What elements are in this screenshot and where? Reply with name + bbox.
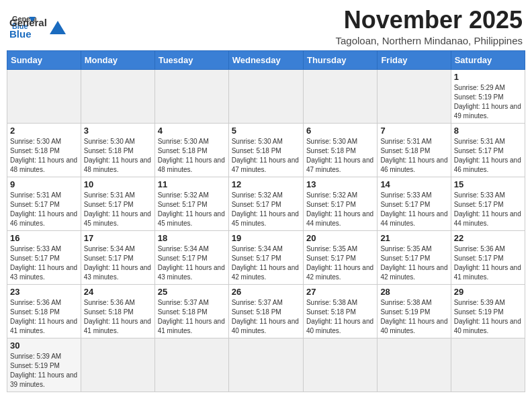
day-info: Sunrise: 5:35 AMSunset: 5:17 PMDaylight:… <box>306 244 374 282</box>
calendar-cell: 21Sunrise: 5:35 AMSunset: 5:17 PMDayligh… <box>378 230 451 284</box>
day-number: 12 <box>232 179 300 189</box>
header-thursday: Thursday <box>303 50 377 69</box>
day-info: Sunrise: 5:32 AMSunset: 5:17 PMDaylight:… <box>158 191 226 228</box>
day-number: 17 <box>84 233 152 243</box>
header: General Blue General Blue November 2025 … <box>7 7 525 46</box>
calendar-cell <box>7 69 81 123</box>
calendar-cell: 25Sunrise: 5:37 AMSunset: 5:18 PMDayligh… <box>154 284 228 338</box>
calendar-row: 9Sunrise: 5:31 AMSunset: 5:17 PMDaylight… <box>7 177 525 230</box>
title-area: November 2025 Tagoloan, Northern Mindana… <box>335 7 523 46</box>
calendar-cell: 24Sunrise: 5:36 AMSunset: 5:18 PMDayligh… <box>81 284 154 338</box>
day-number: 25 <box>158 287 226 297</box>
calendar-cell: 4Sunrise: 5:30 AMSunset: 5:18 PMDaylight… <box>154 123 228 177</box>
day-info: Sunrise: 5:37 AMSunset: 5:18 PMDaylight:… <box>158 298 226 336</box>
calendar-cell: 6Sunrise: 5:30 AMSunset: 5:18 PMDaylight… <box>303 123 377 177</box>
day-number: 20 <box>306 233 374 243</box>
day-info: Sunrise: 5:31 AMSunset: 5:17 PMDaylight:… <box>84 191 152 228</box>
day-info: Sunrise: 5:33 AMSunset: 5:17 PMDaylight:… <box>380 191 447 228</box>
calendar-cell <box>378 69 451 123</box>
calendar-cell <box>154 338 228 392</box>
calendar-cell: 27Sunrise: 5:38 AMSunset: 5:18 PMDayligh… <box>303 284 377 338</box>
calendar-row: 2Sunrise: 5:30 AMSunset: 5:18 PMDaylight… <box>7 123 525 177</box>
calendar-cell: 8Sunrise: 5:31 AMSunset: 5:17 PMDaylight… <box>451 123 525 177</box>
day-info: Sunrise: 5:29 AMSunset: 5:19 PMDaylight:… <box>454 83 522 121</box>
day-number: 10 <box>84 179 152 189</box>
calendar-cell: 23Sunrise: 5:36 AMSunset: 5:18 PMDayligh… <box>7 284 81 338</box>
logo: General Blue General Blue <box>9 11 67 40</box>
day-info: Sunrise: 5:30 AMSunset: 5:18 PMDaylight:… <box>306 137 374 175</box>
day-number: 27 <box>306 287 374 297</box>
day-info: Sunrise: 5:31 AMSunset: 5:17 PMDaylight:… <box>454 137 522 175</box>
day-info: Sunrise: 5:38 AMSunset: 5:19 PMDaylight:… <box>380 298 447 336</box>
calendar-cell <box>81 69 154 123</box>
day-info: Sunrise: 5:36 AMSunset: 5:18 PMDaylight:… <box>84 298 152 336</box>
calendar-cell: 22Sunrise: 5:36 AMSunset: 5:17 PMDayligh… <box>451 230 525 284</box>
calendar-cell: 15Sunrise: 5:33 AMSunset: 5:17 PMDayligh… <box>451 177 525 230</box>
svg-marker-3 <box>50 21 66 34</box>
day-info: Sunrise: 5:34 AMSunset: 5:17 PMDaylight:… <box>158 244 226 282</box>
calendar-cell: 29Sunrise: 5:39 AMSunset: 5:19 PMDayligh… <box>451 284 525 338</box>
day-number: 14 <box>380 179 447 189</box>
day-info: Sunrise: 5:33 AMSunset: 5:17 PMDaylight:… <box>10 244 78 282</box>
calendar-row: 30Sunrise: 5:39 AMSunset: 5:19 PMDayligh… <box>7 338 525 392</box>
day-number: 19 <box>232 233 300 243</box>
day-number: 21 <box>380 233 447 243</box>
calendar-cell <box>81 338 154 392</box>
logo-icon <box>48 19 67 38</box>
calendar-cell: 7Sunrise: 5:31 AMSunset: 5:18 PMDaylight… <box>378 123 451 177</box>
logo-blue: Blue <box>9 28 32 40</box>
header-saturday: Saturday <box>451 50 525 69</box>
day-number: 3 <box>84 126 152 136</box>
calendar-cell <box>154 69 228 123</box>
calendar-cell: 11Sunrise: 5:32 AMSunset: 5:17 PMDayligh… <box>154 177 228 230</box>
calendar-cell: 9Sunrise: 5:31 AMSunset: 5:17 PMDaylight… <box>7 177 81 230</box>
day-number: 18 <box>158 233 226 243</box>
calendar-cell <box>451 338 525 392</box>
calendar-cell: 26Sunrise: 5:37 AMSunset: 5:18 PMDayligh… <box>228 284 303 338</box>
calendar-row: 23Sunrise: 5:36 AMSunset: 5:18 PMDayligh… <box>7 284 525 338</box>
calendar-cell: 19Sunrise: 5:34 AMSunset: 5:17 PMDayligh… <box>228 230 303 284</box>
day-info: Sunrise: 5:33 AMSunset: 5:17 PMDaylight:… <box>454 191 522 228</box>
calendar-cell: 10Sunrise: 5:31 AMSunset: 5:17 PMDayligh… <box>81 177 154 230</box>
logo-general: General <box>9 17 47 28</box>
calendar-cell: 17Sunrise: 5:34 AMSunset: 5:17 PMDayligh… <box>81 230 154 284</box>
calendar-cell: 5Sunrise: 5:30 AMSunset: 5:18 PMDaylight… <box>228 123 303 177</box>
day-info: Sunrise: 5:34 AMSunset: 5:17 PMDaylight:… <box>84 244 152 282</box>
day-number: 7 <box>380 126 447 136</box>
calendar-cell <box>303 338 377 392</box>
calendar-cell <box>228 69 303 123</box>
day-number: 26 <box>232 287 300 297</box>
calendar-cell <box>303 69 377 123</box>
day-number: 24 <box>84 287 152 297</box>
day-info: Sunrise: 5:30 AMSunset: 5:18 PMDaylight:… <box>10 137 78 175</box>
day-info: Sunrise: 5:38 AMSunset: 5:18 PMDaylight:… <box>306 298 374 336</box>
day-number: 9 <box>10 179 78 189</box>
day-number: 28 <box>380 287 447 297</box>
day-number: 5 <box>232 126 300 136</box>
page-subtitle: Tagoloan, Northern Mindanao, Philippines <box>335 35 523 46</box>
day-info: Sunrise: 5:36 AMSunset: 5:18 PMDaylight:… <box>10 298 78 336</box>
day-number: 4 <box>158 126 226 136</box>
day-number: 22 <box>454 233 522 243</box>
day-info: Sunrise: 5:39 AMSunset: 5:19 PMDaylight:… <box>10 352 78 390</box>
day-number: 23 <box>10 287 78 297</box>
logo-area: General Blue General Blue <box>9 7 67 40</box>
day-number: 30 <box>10 340 78 351</box>
calendar-cell: 1Sunrise: 5:29 AMSunset: 5:19 PMDaylight… <box>451 69 525 123</box>
calendar-cell <box>378 338 451 392</box>
calendar-cell: 3Sunrise: 5:30 AMSunset: 5:18 PMDaylight… <box>81 123 154 177</box>
calendar-cell: 28Sunrise: 5:38 AMSunset: 5:19 PMDayligh… <box>378 284 451 338</box>
page-title: November 2025 <box>335 7 523 34</box>
day-number: 2 <box>10 126 78 136</box>
day-number: 16 <box>10 233 78 243</box>
day-number: 1 <box>454 72 522 82</box>
calendar-cell: 16Sunrise: 5:33 AMSunset: 5:17 PMDayligh… <box>7 230 81 284</box>
day-info: Sunrise: 5:35 AMSunset: 5:17 PMDaylight:… <box>380 244 447 282</box>
day-number: 15 <box>454 179 522 189</box>
header-friday: Friday <box>378 50 451 69</box>
day-info: Sunrise: 5:39 AMSunset: 5:19 PMDaylight:… <box>454 298 522 336</box>
day-number: 29 <box>454 287 522 297</box>
calendar-cell: 13Sunrise: 5:32 AMSunset: 5:17 PMDayligh… <box>303 177 377 230</box>
day-info: Sunrise: 5:37 AMSunset: 5:18 PMDaylight:… <box>232 298 300 336</box>
header-tuesday: Tuesday <box>154 50 228 69</box>
